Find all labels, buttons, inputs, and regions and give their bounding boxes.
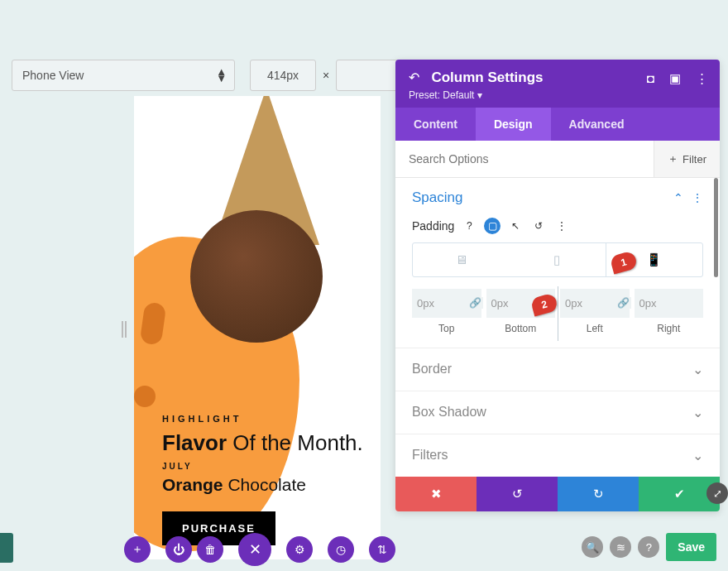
- focus-icon[interactable]: ◘: [647, 71, 654, 86]
- delete-button[interactable]: 🗑: [197, 536, 223, 563]
- column-settings-panel: ↶ Column Settings Preset: Default ▾ ◘ ▣ …: [395, 60, 720, 511]
- sliders-button[interactable]: ⇅: [369, 536, 395, 563]
- panel-footer: ✖ ↺ ↻ ✔: [395, 477, 720, 511]
- panel-tabs: Content Design Advanced: [395, 108, 720, 141]
- padding-top-label: Top: [438, 323, 454, 334]
- left-edge-tab[interactable]: [0, 533, 13, 563]
- tab-content[interactable]: Content: [395, 108, 476, 141]
- section-spacing-title: Spacing: [412, 190, 462, 206]
- section-filters-title: Filters: [412, 448, 448, 463]
- panel-title: Column Settings: [431, 70, 543, 85]
- viewport-size-group: ×: [250, 60, 402, 91]
- kebab-menu-icon[interactable]: ⋮: [692, 191, 703, 204]
- reset-icon[interactable]: ↺: [530, 218, 547, 234]
- filter-label: Filter: [682, 153, 706, 166]
- vertical-divider: [558, 286, 558, 341]
- ice-cream-scoop-graphic: [190, 210, 323, 343]
- search-options-input[interactable]: [395, 142, 654, 176]
- preview-drag-handle[interactable]: [122, 321, 127, 338]
- section-spacing-header[interactable]: Spacing ⌃ ⋮: [395, 178, 720, 218]
- tab-advanced[interactable]: Advanced: [551, 108, 643, 141]
- preset-label: Preset:: [409, 89, 440, 101]
- chevron-down-icon: ▾: [477, 89, 482, 101]
- preview-pane: HIGHLIGHT Flavor Of the Month. JULY Oran…: [134, 96, 381, 559]
- flavor-bold: Orange: [162, 475, 223, 494]
- expand-panel-icon[interactable]: ▣: [669, 71, 681, 86]
- link-icon[interactable]: 🔗: [467, 297, 483, 309]
- add-module-button[interactable]: ＋: [124, 536, 151, 563]
- device-desktop[interactable]: 🖥: [413, 243, 509, 276]
- eyebrow-text: HIGHLIGHT: [162, 414, 242, 424]
- flavor-rest: Chocolate: [228, 475, 306, 494]
- power-button[interactable]: ⏻: [165, 536, 192, 563]
- cursor-icon[interactable]: ↖: [507, 218, 524, 234]
- expand-fullscreen-button[interactable]: ⤢: [706, 482, 728, 504]
- layers-action-button[interactable]: ≋: [610, 536, 631, 558]
- viewport-height-input[interactable]: [336, 60, 402, 91]
- module-settings-button[interactable]: ⚙: [286, 536, 313, 563]
- flavor-combo-text: Orange Chocolate: [162, 475, 306, 495]
- scrollbar[interactable]: [714, 178, 718, 277]
- padding-bottom-label: Bottom: [505, 323, 536, 334]
- history-button[interactable]: ◷: [328, 536, 354, 563]
- device-tablet[interactable]: ▯: [509, 243, 605, 276]
- close-builder-button[interactable]: ✕: [238, 533, 271, 566]
- back-icon[interactable]: ↶: [409, 70, 419, 84]
- panel-preset[interactable]: Preset: Default ▾: [409, 89, 706, 101]
- padding-block: Padding ? ▢ ↖ ↺ ⋮ 🖥 ▯ 📱 1 🔗 Top: [395, 218, 720, 348]
- padding-right-label: Right: [657, 323, 680, 334]
- module-action-bar: ＋ ⏻ 🗑 ✕ ⚙ ◷ ⇅: [124, 536, 395, 566]
- footer-redo-button[interactable]: ↻: [558, 477, 639, 511]
- filter-button[interactable]: ＋ Filter: [654, 141, 720, 177]
- subhead-text: JULY: [162, 462, 193, 471]
- headline-text: Flavor Of the Month.: [162, 430, 363, 456]
- panel-header[interactable]: ↶ Column Settings Preset: Default ▾ ◘ ▣ …: [395, 60, 720, 108]
- search-row: ＋ Filter: [395, 141, 720, 178]
- headline-bold: Flavor: [162, 430, 227, 455]
- link-icon[interactable]: 🔗: [615, 297, 631, 309]
- section-border-title: Border: [412, 362, 452, 377]
- panel-body: Spacing ⌃ ⋮ Padding ? ▢ ↖ ↺ ⋮ 🖥 ▯ 📱 1: [395, 178, 720, 477]
- kebab-menu-icon[interactable]: ⋮: [553, 218, 570, 234]
- kebab-menu-icon[interactable]: ⋮: [696, 71, 708, 86]
- chevron-updown-icon: ▲▼: [216, 69, 224, 82]
- help-action-button[interactable]: ?: [638, 536, 659, 558]
- bottom-right-toolbar: 🔍 ≋ ? Save: [582, 533, 716, 561]
- chevron-up-icon: ⌃: [673, 191, 683, 204]
- tab-design[interactable]: Design: [476, 108, 551, 141]
- help-icon[interactable]: ?: [461, 218, 477, 234]
- view-mode-dropdown[interactable]: Phone View ▲▼: [12, 60, 235, 91]
- padding-right-input[interactable]: [635, 289, 704, 318]
- padding-inputs-row: 🔗 Top Bottom 2 🔗 Left Right: [412, 289, 703, 334]
- section-box-shadow-title: Box Shadow: [412, 405, 486, 420]
- dimension-separator: ×: [316, 69, 336, 82]
- chevron-down-icon: ⌄: [692, 405, 703, 420]
- preset-value: Default: [443, 89, 474, 101]
- footer-undo-button[interactable]: ↺: [477, 477, 558, 511]
- device-selector: 🖥 ▯ 📱 1: [412, 242, 703, 277]
- responsive-icon[interactable]: ▢: [484, 218, 500, 234]
- section-filters-header[interactable]: Filters ⌄: [395, 434, 720, 477]
- chevron-down-icon: ⌄: [692, 362, 703, 377]
- search-action-button[interactable]: 🔍: [582, 536, 603, 558]
- viewport-width-input[interactable]: [250, 60, 316, 91]
- view-mode-label: Phone View: [22, 69, 84, 82]
- save-button[interactable]: Save: [666, 533, 716, 561]
- section-box-shadow-header[interactable]: Box Shadow ⌄: [395, 391, 720, 434]
- section-border-header[interactable]: Border ⌄: [395, 348, 720, 391]
- headline-rest: Of the Month.: [232, 430, 363, 455]
- padding-label: Padding: [412, 219, 454, 233]
- chevron-down-icon: ⌄: [692, 448, 703, 463]
- padding-left-label: Left: [587, 323, 603, 334]
- plus-icon: ＋: [668, 151, 678, 166]
- footer-discard-button[interactable]: ✖: [395, 477, 477, 511]
